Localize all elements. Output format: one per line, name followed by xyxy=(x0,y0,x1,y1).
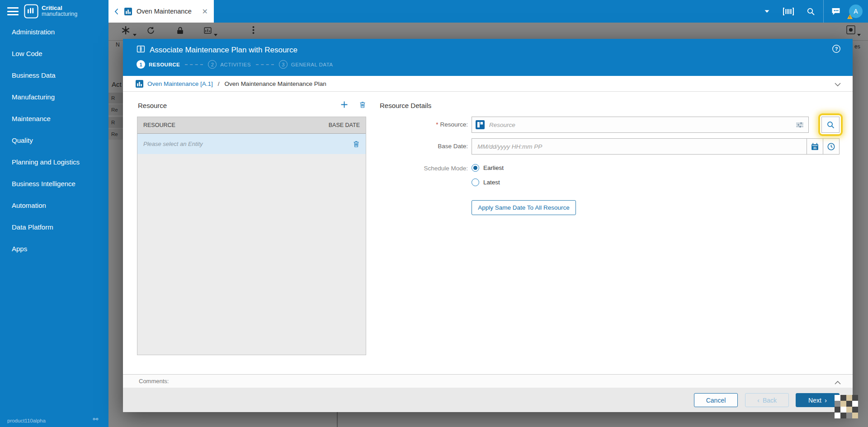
brand-name: Critical manufacturing xyxy=(42,5,77,17)
wizard-steps: 1 RESOURCE 2 ACTIVITIES 3 GENERAL DATA xyxy=(137,60,333,69)
sidebar-item-business-intelligence[interactable]: Business Intelligence xyxy=(0,173,108,195)
next-button[interactable]: Next › xyxy=(796,393,840,407)
sidebar-item-manufacturing[interactable]: Manufacturing xyxy=(0,86,108,108)
breadcrumb-parent-link[interactable]: Oven Maintenance [A.1] xyxy=(147,80,213,87)
sidebar-item-apps[interactable]: Apps xyxy=(0,238,108,260)
wizard-header: Associate Maintenance Plan with Resource… xyxy=(123,39,853,76)
step-1-label: RESOURCE xyxy=(149,62,180,67)
resource-table: RESOURCE BASE DATE Please select an Enti… xyxy=(137,117,366,355)
sidebar-item-quality[interactable]: Quality xyxy=(0,130,108,151)
topbar: Oven Maintenance ✕ A xyxy=(108,0,868,23)
comments-label: Comments: xyxy=(139,378,169,385)
wizard-footer: Cancel ‹ Back Next › xyxy=(123,388,853,412)
calendar-icon[interactable]: 31 xyxy=(807,138,823,155)
menu-icon[interactable] xyxy=(7,7,19,15)
step-activities[interactable]: 2 ACTIVITIES xyxy=(208,60,251,69)
back-button[interactable]: ‹ Back xyxy=(745,393,789,407)
breadcrumb-separator: / xyxy=(218,80,220,87)
wizard-title-icon xyxy=(137,45,145,55)
empty-entity-text: Please select an Entity xyxy=(143,141,353,147)
avatar[interactable]: A xyxy=(849,5,863,18)
entity-type-icon xyxy=(136,80,143,88)
sidebar-nav: Administration Low Code Business Data Ma… xyxy=(0,21,108,260)
tab-oven-maintenance[interactable]: Oven Maintenance ✕ xyxy=(108,0,214,23)
critical-manufacturing-logo xyxy=(24,4,38,20)
chevron-down-icon[interactable] xyxy=(764,10,769,13)
entity-type-icon xyxy=(124,8,132,15)
step-2-label: ACTIVITIES xyxy=(220,62,251,67)
resource-field-label: *Resource: xyxy=(368,121,468,128)
base-date-input[interactable]: MM/dd/yyyy HH:mm PP xyxy=(472,138,807,155)
resource-search-button[interactable] xyxy=(821,117,840,133)
sidebar-item-maintenance[interactable]: Maintenance xyxy=(0,108,108,130)
row-trash-icon[interactable] xyxy=(353,140,360,148)
next-chevron-icon: › xyxy=(825,397,827,404)
brand-bold: Critical xyxy=(42,5,77,11)
apply-same-date-button[interactable]: Apply Same Date To All Resource xyxy=(472,200,576,215)
step-2-circle: 2 xyxy=(208,60,217,69)
required-marker: * xyxy=(436,121,438,128)
resource-details-heading: Resource Details xyxy=(380,102,431,109)
corner-marker-artifact xyxy=(835,395,858,420)
delete-resource-icon[interactable] xyxy=(359,101,366,110)
help-icon[interactable]: ? xyxy=(832,44,841,55)
step-general-data[interactable]: 3 GENERAL DATA xyxy=(279,60,333,69)
step-3-label: GENERAL DATA xyxy=(291,62,333,67)
resource-table-header: RESOURCE BASE DATE xyxy=(137,117,366,134)
sidebar-item-administration[interactable]: Administration xyxy=(0,21,108,43)
column-base-date[interactable]: BASE DATE xyxy=(329,122,360,128)
avatar-initial: A xyxy=(854,8,858,15)
resource-input[interactable]: Resource xyxy=(472,117,809,133)
wizard-body: Resource RESOURCE BASE DATE Please selec… xyxy=(123,92,853,374)
sidebar-item-automation[interactable]: Automation xyxy=(0,195,108,216)
screen: { "colors": { "accent": "#0d7cc2", "prim… xyxy=(0,0,868,427)
breadcrumb: Oven Maintenance [A.1] / Oven Maintenanc… xyxy=(123,76,853,92)
sidebar-item-data-platform[interactable]: Data Platform xyxy=(0,216,108,238)
comments-chevron-up-icon[interactable] xyxy=(835,378,841,386)
resource-panel-actions xyxy=(137,101,366,110)
step-connector xyxy=(256,64,274,65)
radio-latest-control[interactable] xyxy=(472,178,479,186)
step-resource[interactable]: 1 RESOURCE xyxy=(137,60,180,69)
breadcrumb-chevron-down-icon[interactable] xyxy=(835,80,841,89)
sidebar-item-planning-and-logistics[interactable]: Planning and Logistics xyxy=(0,151,108,173)
brand-light: manufacturing xyxy=(42,11,77,17)
product-version: product110alpha xyxy=(7,418,46,423)
sidebar-item-business-data[interactable]: Business Data xyxy=(0,65,108,86)
radio-earliest-control[interactable] xyxy=(472,164,479,172)
sidebar: Critical manufacturing Administration Lo… xyxy=(0,0,108,427)
step-1-circle: 1 xyxy=(137,60,145,69)
resource-entity-icon xyxy=(476,120,485,129)
base-date-placeholder: MM/dd/yyyy HH:mm PP xyxy=(477,143,542,150)
clock-icon[interactable] xyxy=(823,138,840,155)
column-resource[interactable]: RESOURCE xyxy=(143,122,329,128)
add-resource-icon[interactable] xyxy=(340,101,348,110)
step-3-circle: 3 xyxy=(279,60,288,69)
back-chevron-icon: ‹ xyxy=(757,397,760,404)
base-date-field-label: Base Date: xyxy=(368,143,468,150)
messages-icon[interactable] xyxy=(831,7,841,16)
breadcrumb-current: Oven Maintenance Maintenance Plan xyxy=(225,80,326,87)
sidebar-item-low-code[interactable]: Low Code xyxy=(0,43,108,65)
radio-earliest[interactable]: Earliest xyxy=(472,164,504,172)
sidebar-footer: product110alpha xyxy=(0,413,108,427)
schedule-mode-label: Schedule Mode: xyxy=(368,165,468,172)
cancel-button[interactable]: Cancel xyxy=(694,393,738,407)
tab-close-icon[interactable]: ✕ xyxy=(202,7,208,16)
wizard-title: Associate Maintenance Plan with Resource xyxy=(150,46,297,55)
advanced-filter-icon[interactable] xyxy=(796,122,804,130)
topbar-divider xyxy=(823,0,824,23)
radio-latest[interactable]: Latest xyxy=(472,178,500,186)
comments-section[interactable]: Comments: xyxy=(123,374,853,388)
resource-table-row-selected[interactable]: Please select an Entity xyxy=(137,134,366,154)
tab-title: Oven Maintenance xyxy=(137,8,192,15)
sidebar-header: Critical manufacturing xyxy=(0,0,108,23)
search-icon[interactable] xyxy=(807,7,815,16)
topbar-actions: A xyxy=(764,0,868,23)
radio-earliest-label: Earliest xyxy=(483,164,504,171)
tab-scroll-left-icon[interactable] xyxy=(114,8,118,15)
warning-triangle-icon xyxy=(847,14,853,19)
svg-text:?: ? xyxy=(835,46,838,52)
radio-latest-label: Latest xyxy=(483,179,500,186)
barcode-scanner-icon[interactable] xyxy=(783,8,794,15)
